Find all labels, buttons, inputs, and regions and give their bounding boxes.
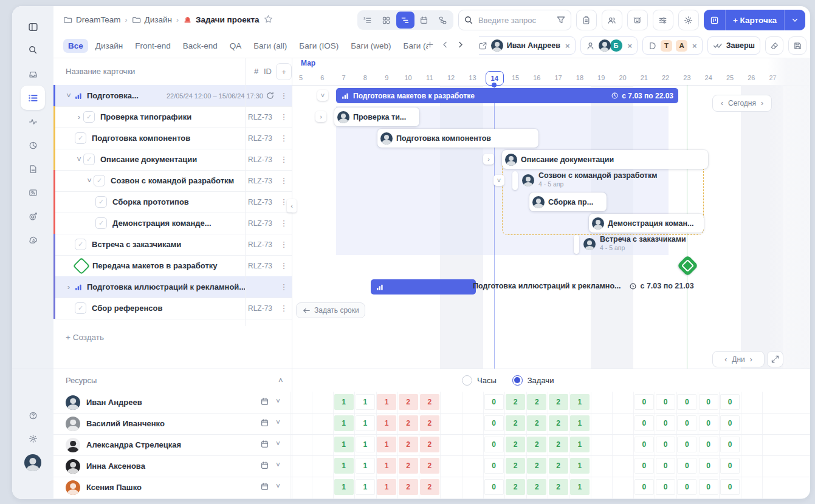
gantt-card[interactable]: Проверка ти... bbox=[334, 107, 419, 126]
tab-Баги (web)[interactable]: Баги (web) bbox=[346, 39, 396, 53]
set-dates-button[interactable]: Задать сроки bbox=[296, 302, 365, 318]
view-list-numbered-button[interactable] bbox=[359, 12, 377, 29]
gantt-expand-button[interactable]: ˅ bbox=[317, 90, 328, 101]
load-cell[interactable]: 0 bbox=[634, 394, 654, 410]
load-cell[interactable]: 0 bbox=[720, 394, 740, 410]
load-cell[interactable]: 2 bbox=[506, 415, 525, 431]
save-button[interactable] bbox=[788, 36, 806, 55]
row-menu-button[interactable]: ⋮ bbox=[276, 282, 292, 291]
load-cell[interactable]: 1 bbox=[334, 479, 354, 495]
load-cell[interactable]: 0 bbox=[656, 415, 675, 431]
load-cell[interactable]: 1 bbox=[356, 437, 375, 452]
tab-Баги (all)[interactable]: Баги (all) bbox=[249, 39, 292, 53]
add-column-button[interactable]: + bbox=[276, 63, 292, 80]
task-checkbox[interactable]: ✓ bbox=[95, 217, 107, 229]
row-menu-button[interactable]: ⋮ bbox=[276, 176, 292, 185]
task-checkbox[interactable]: ✓ bbox=[94, 175, 105, 186]
load-cell[interactable]: 1 bbox=[334, 437, 354, 452]
load-cell[interactable]: 1 bbox=[377, 437, 396, 452]
day-header[interactable]: 7 bbox=[335, 71, 352, 84]
gantt-expand-button[interactable]: ˅ bbox=[493, 175, 504, 186]
load-cell[interactable]: 2 bbox=[527, 437, 546, 452]
breadcrumb-item[interactable]: Дизайн bbox=[132, 15, 172, 24]
load-cell[interactable]: 0 bbox=[699, 394, 718, 410]
sidebar-item-pulse[interactable] bbox=[21, 109, 45, 134]
row-menu-button[interactable]: ⋮ bbox=[276, 91, 292, 100]
task-checkbox[interactable]: ✓ bbox=[83, 154, 95, 165]
view-hierarchy-button[interactable] bbox=[434, 12, 452, 29]
eraser-button[interactable] bbox=[765, 36, 783, 55]
create-card-button[interactable]: + Создать bbox=[66, 328, 104, 346]
gantt-bar[interactable]: Подготовка макетов к разработкес 7.03 по… bbox=[336, 88, 678, 103]
day-header[interactable]: 8 bbox=[357, 71, 374, 84]
task-checkbox[interactable]: ✓ bbox=[95, 196, 107, 208]
day-header[interactable]: 23 bbox=[678, 71, 695, 84]
filter-chip[interactable]: Иван Андреев× bbox=[479, 36, 576, 55]
load-cell[interactable]: 1 bbox=[377, 479, 396, 495]
view-kanban-grid-button[interactable] bbox=[377, 12, 396, 29]
load-cell[interactable]: 1 bbox=[570, 437, 590, 452]
table-row[interactable]: ˅✓Описание документацииRLZ-73⋮ bbox=[53, 149, 292, 171]
rail-gear-button[interactable] bbox=[21, 426, 45, 451]
load-cell[interactable]: 1 bbox=[334, 458, 354, 474]
table-row[interactable]: ✓Сбор референсовRLZ-73⋮ bbox=[53, 298, 292, 319]
board-view-button[interactable] bbox=[704, 10, 725, 30]
users-button[interactable] bbox=[602, 10, 622, 30]
expand-icon[interactable] bbox=[771, 355, 780, 364]
sidebar-item-inbox[interactable] bbox=[21, 62, 45, 86]
row-menu-button[interactable]: ⋮ bbox=[276, 304, 292, 313]
load-cell[interactable]: 0 bbox=[677, 394, 696, 410]
load-cell[interactable]: 2 bbox=[399, 437, 418, 452]
search-field[interactable] bbox=[477, 15, 552, 26]
clipboard-button[interactable] bbox=[576, 10, 597, 30]
tabs-nav-chevron-left[interactable] bbox=[441, 40, 450, 52]
add-tab-button[interactable] bbox=[425, 40, 435, 52]
close-icon[interactable]: × bbox=[692, 41, 697, 50]
chevron-down-icon[interactable]: ˅ bbox=[85, 176, 94, 185]
gantt-card[interactable]: Подготовка компонентов bbox=[377, 129, 538, 148]
gantt-card[interactable]: Описание документации bbox=[502, 150, 708, 169]
milestone-diamond[interactable] bbox=[677, 255, 698, 276]
sidebar-item-list[interactable] bbox=[21, 86, 45, 110]
row-menu-button[interactable]: ⋮ bbox=[276, 112, 292, 121]
load-cell[interactable]: 0 bbox=[699, 479, 718, 495]
search-input[interactable] bbox=[458, 10, 571, 30]
load-cell[interactable]: 0 bbox=[677, 479, 696, 495]
task-checkbox[interactable]: ✓ bbox=[83, 111, 95, 123]
load-cell[interactable]: 2 bbox=[399, 458, 418, 474]
day-header[interactable]: 17 bbox=[550, 71, 567, 84]
row-menu-button[interactable]: ⋮ bbox=[276, 134, 292, 143]
table-row[interactable]: Передача макетов в разработкуRLZ-73⋮ bbox=[53, 255, 292, 277]
resource-calendar-button[interactable] bbox=[260, 461, 269, 472]
load-cell[interactable]: 1 bbox=[377, 415, 396, 431]
day-header[interactable]: 11 bbox=[421, 71, 438, 84]
load-cell[interactable]: 1 bbox=[377, 458, 396, 474]
load-cell[interactable]: 0 bbox=[634, 458, 654, 474]
mode-radio-Задачи[interactable]: Задачи bbox=[512, 375, 554, 386]
load-cell[interactable]: 1 bbox=[570, 394, 590, 410]
tab-Дизайн[interactable]: Дизайн bbox=[91, 39, 128, 53]
load-cell[interactable]: 0 bbox=[484, 458, 504, 474]
load-cell[interactable]: 0 bbox=[720, 437, 740, 452]
resource-chevron-icon[interactable]: ˅ bbox=[276, 440, 280, 448]
resource-chevron-icon[interactable]: ˅ bbox=[276, 397, 280, 406]
load-cell[interactable]: 0 bbox=[656, 437, 675, 452]
row-menu-button[interactable]: ⋮ bbox=[276, 155, 292, 164]
load-cell[interactable]: 0 bbox=[699, 415, 718, 431]
scale-button[interactable]: ‹Дни› bbox=[712, 351, 765, 367]
chevron-right-icon[interactable]: › bbox=[64, 282, 73, 291]
load-cell[interactable]: 1 bbox=[356, 458, 375, 474]
load-cell[interactable]: 2 bbox=[506, 479, 525, 495]
day-header[interactable]: 13 bbox=[464, 71, 481, 84]
load-cell[interactable]: 2 bbox=[527, 415, 546, 431]
day-header[interactable]: 6 bbox=[314, 71, 331, 84]
rail-search-button[interactable] bbox=[21, 38, 45, 62]
load-cell[interactable]: 2 bbox=[399, 415, 418, 431]
add-card-dropdown[interactable] bbox=[785, 10, 805, 30]
today-button[interactable]: ‹Сегодня› bbox=[712, 95, 772, 112]
gear-button[interactable] bbox=[678, 10, 699, 30]
favorite-star-button[interactable] bbox=[264, 15, 273, 26]
load-cell[interactable]: 2 bbox=[549, 394, 568, 410]
chevron-down-icon[interactable]: ˅ bbox=[64, 91, 73, 100]
day-header[interactable]: 26 bbox=[743, 71, 760, 84]
